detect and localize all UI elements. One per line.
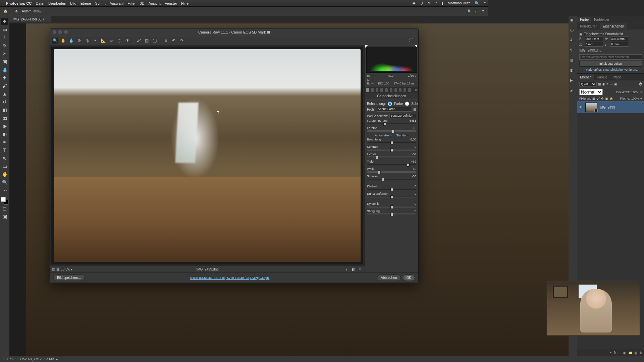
menu-ansicht[interactable]: Ansicht	[149, 1, 161, 5]
gradient-tool-icon[interactable]: ▦	[1, 114, 8, 122]
blur-tool-icon[interactable]: ◉	[1, 122, 8, 130]
battery-icon[interactable]: ▮	[441, 1, 443, 5]
cr-prefs-icon[interactable]: ≡	[163, 38, 169, 44]
menu-extras-icon[interactable]: ≡	[484, 1, 486, 5]
menu-3d[interactable]: 3D	[140, 1, 145, 5]
cr-tab-lens-icon[interactable]	[390, 88, 392, 92]
cr-histogram[interactable]: ◤ ◥	[366, 47, 417, 73]
quickmask-icon[interactable]: ◻	[1, 205, 8, 212]
cr-transform-tool-icon[interactable]: ▱	[108, 38, 114, 44]
more-tools-icon[interactable]: ⋯	[1, 187, 8, 194]
user-name[interactable]: Matthias Butz	[448, 1, 470, 5]
cr-tab-curve-icon[interactable]	[371, 88, 374, 92]
slider-belichtung[interactable]: Belichtung0,00	[367, 138, 416, 143]
cr-hand-tool-icon[interactable]: ✋	[60, 38, 66, 44]
cr-grad-filter-icon[interactable]: ▤	[144, 38, 150, 44]
menu-auswahl[interactable]: Auswahl	[110, 1, 124, 5]
cr-zoom-tool-icon[interactable]: 🔍	[52, 38, 58, 44]
quick-select-tool-icon[interactable]: ✎	[1, 42, 8, 49]
path-select-tool-icon[interactable]: ↖	[1, 155, 8, 162]
color-swatches[interactable]	[1, 197, 8, 204]
sync-icon[interactable]: ↻	[427, 1, 430, 5]
bw-radio[interactable]	[405, 102, 409, 106]
slider-tiefen[interactable]: Tiefen+69	[367, 160, 416, 165]
slider-schwarz[interactable]: Schwarz-33	[367, 175, 416, 180]
wifi-icon[interactable]: ⌔	[435, 1, 437, 5]
profile-browser-icon[interactable]: ▦	[413, 108, 416, 111]
cr-radial-filter-icon[interactable]: ◯	[152, 38, 158, 44]
stamp-tool-icon[interactable]: ▲	[1, 90, 8, 98]
shape-tool-icon[interactable]: ▭	[1, 163, 8, 170]
wb-select[interactable]: Benutzerdefiniert	[389, 114, 416, 118]
crop-tool-icon[interactable]: ✂	[1, 50, 8, 57]
eyedropper-tool-icon[interactable]: 💧	[1, 66, 8, 73]
zoom-tool-icon[interactable]: 🔍	[1, 179, 8, 186]
healing-tool-icon[interactable]: ✚	[1, 74, 8, 81]
menu-bild[interactable]: Bild	[70, 1, 76, 5]
slider-dunst[interactable]: Dunst entfernen0	[367, 192, 416, 197]
search-icon[interactable]: 🔍	[466, 8, 473, 15]
app-name[interactable]: Photoshop CC	[6, 1, 32, 5]
slider-weiss[interactable]: Weiß-49	[367, 167, 416, 173]
cr-straighten-tool-icon[interactable]: 📐	[100, 38, 106, 44]
menu-fenster[interactable]: Fenster	[165, 1, 177, 5]
cr-zoom-level[interactable]: 56,3%	[61, 267, 70, 271]
cr-tab-hsl-icon[interactable]	[380, 88, 383, 92]
spotlight-icon[interactable]: 🔍	[475, 1, 479, 5]
type-tool-icon[interactable]: T	[1, 146, 8, 154]
cr-y-toggle-icon[interactable]: Y	[344, 267, 349, 272]
highlight-clip-icon[interactable]: ◥	[415, 44, 418, 48]
slider-klarheit[interactable]: Klarheit0	[367, 185, 416, 190]
menu-datei[interactable]: Datei	[36, 1, 44, 5]
cr-menu-icon[interactable]: ≡	[357, 267, 363, 272]
workspace-icon[interactable]: ▭	[473, 8, 480, 15]
slider-dynamik[interactable]: Dynamik0	[367, 202, 416, 207]
menu-bearbeiten[interactable]: Bearbeiten	[48, 1, 66, 5]
profile-select[interactable]: Adobe Farbe	[377, 107, 412, 112]
history-brush-tool-icon[interactable]: ↺	[1, 98, 8, 106]
home-icon[interactable]: 🏠	[2, 8, 9, 15]
cc-status-icon[interactable]: ◆	[413, 1, 415, 5]
standard-link[interactable]: Standard	[396, 134, 409, 137]
menu-schrift[interactable]: Schrift	[95, 1, 105, 5]
cr-adjust-brush-icon[interactable]: 🖌	[136, 38, 142, 44]
cr-preview-area[interactable]	[51, 47, 363, 264]
cr-grid-icon[interactable]: ▦	[56, 267, 59, 271]
dropbox-icon[interactable]: ⬡	[420, 1, 423, 5]
auto-link[interactable]: Automatisch	[375, 134, 391, 137]
screenmode-icon[interactable]: ▣	[1, 213, 8, 220]
slider-farbtemperatur[interactable]: Farbtemperatur5481	[367, 119, 416, 124]
cr-rotate-cw-icon[interactable]: ↷	[179, 38, 185, 44]
share-icon[interactable]: ⇪	[480, 8, 486, 15]
cr-tab-detail-icon[interactable]	[376, 88, 378, 92]
cr-target-adjust-icon[interactable]: ◎	[84, 38, 90, 44]
color-radio[interactable]	[388, 102, 392, 106]
slider-lichter[interactable]: Lichter-59	[367, 153, 416, 158]
dodge-tool-icon[interactable]: ◐	[1, 130, 8, 138]
menu-hilfe[interactable]: Hilfe	[181, 1, 189, 5]
cr-filmstrip-icon[interactable]: ▥	[52, 267, 55, 271]
cr-spot-tool-icon[interactable]: ◌	[116, 38, 122, 44]
cr-tab-snapshots-icon[interactable]	[408, 88, 411, 92]
window-traffic-lights[interactable]	[53, 30, 68, 34]
eraser-tool-icon[interactable]: ◧	[1, 106, 8, 114]
move-tool-icon[interactable]: ✥	[1, 18, 8, 25]
lasso-tool-icon[interactable]: ⌇	[1, 34, 8, 41]
slider-saettigung[interactable]: Sättigung0	[367, 209, 416, 215]
cr-tab-split-icon[interactable]	[385, 88, 388, 92]
marquee-tool-icon[interactable]: ▭	[1, 26, 8, 33]
cr-redeye-tool-icon[interactable]: 👁	[124, 38, 130, 44]
cr-tab-presets-icon[interactable]	[404, 88, 406, 92]
brush-tool-icon[interactable]: 🖌	[1, 82, 8, 89]
hand-tool-icon[interactable]: ✋	[1, 171, 8, 178]
slider-kontrast[interactable]: Kontrast0	[367, 145, 416, 150]
move-tool-preset-icon[interactable]: ✥	[13, 8, 20, 15]
cr-wb-tool-icon[interactable]: 💧	[68, 38, 74, 44]
cr-crop-tool-icon[interactable]: ✂	[92, 38, 98, 44]
cr-tab-calib-icon[interactable]	[399, 88, 401, 92]
document-tab[interactable]: IMG_2499-1 bei 66,7…	[9, 16, 51, 22]
cr-tab-basic-icon[interactable]	[366, 88, 369, 92]
cr-fullscreen-icon[interactable]: ⛶	[408, 38, 414, 44]
slider-farbton[interactable]: Farbton+6	[367, 126, 416, 132]
cr-color-sampler-icon[interactable]: ⊕	[76, 38, 82, 44]
